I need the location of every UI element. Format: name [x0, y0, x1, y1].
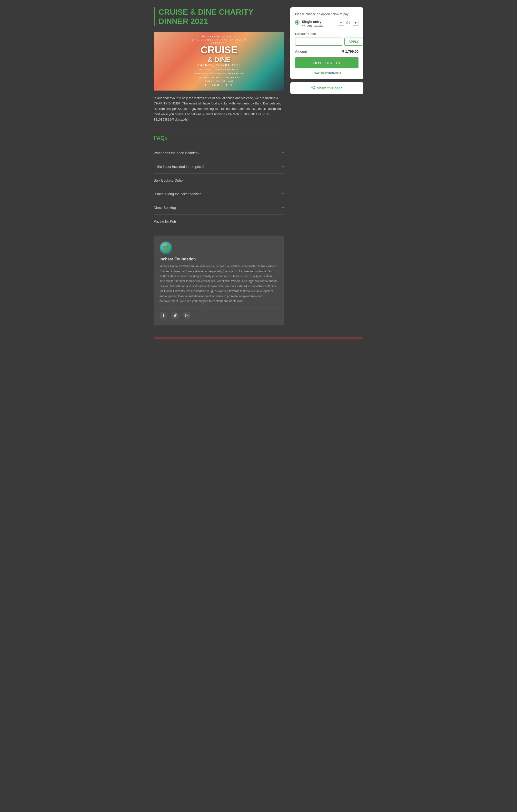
faq-question: Bulk Booking Option — [154, 178, 185, 182]
ticket-price: ₹1,799 ₹1,999 — [302, 24, 338, 28]
organizer-avatar-image: 🌿 — [160, 242, 172, 254]
image-organizer-sub: BAND DECIBLES & DRASPER STUDIO — [192, 38, 246, 41]
ticket-info: Single entry ₹1,799 ₹1,999 — [302, 20, 338, 28]
image-organizer-top: INCHARA FOUNDATION — [192, 35, 246, 37]
title-line2: DINNER 2021 — [158, 17, 208, 26]
image-features: LIVE BAND DJ FOOD DRINKS AND — [192, 76, 246, 79]
svg-line-7 — [313, 87, 314, 87]
powered-label: Powered by — [313, 71, 328, 74]
quantity-decrease-button[interactable]: − — [338, 20, 344, 26]
image-presents: PRESENTS — [192, 42, 246, 45]
organizer-card: 🌿 Inchara Foundation Inchara Home for Ch… — [154, 235, 284, 325]
amount-value: ₹ 1,799.00 — [342, 50, 359, 54]
social-icons — [159, 312, 278, 319]
faq-question: Issues during the ticket booking — [154, 192, 202, 196]
faq-item[interactable]: Pricing for Kids + — [154, 214, 284, 228]
ticket-name: Single entry — [302, 20, 338, 24]
share-icon — [311, 86, 315, 91]
price-current: ₹1,799 — [302, 24, 312, 28]
faq-question: Direct Booking — [154, 206, 176, 210]
organizer-divider — [159, 308, 278, 308]
event-title: CRUISE & DINE CHARITY DINNER 2021 — [154, 7, 284, 26]
section-divider — [154, 129, 284, 130]
buy-tickets-button[interactable]: BUY TICKETS — [295, 57, 359, 68]
price-original: ₹1,999 — [314, 25, 323, 28]
instagram-icon[interactable] — [183, 312, 191, 319]
discount-row: APPLY — [295, 37, 359, 46]
share-label: Share this page — [317, 86, 342, 90]
image-date: 04.12.2021 | 5.30PM ONWARDS — [192, 68, 246, 71]
image-cta: SEE YOU THERE! — [192, 84, 246, 86]
facebook-icon[interactable] — [159, 312, 167, 319]
faq-expand-icon: + — [281, 150, 284, 156]
apply-discount-button[interactable]: APPLY — [344, 37, 363, 46]
faq-item[interactable]: Direct Booking + — [154, 201, 284, 214]
title-line1: CRUISE & DINE CHARITY — [158, 7, 253, 16]
faq-expand-icon: + — [281, 164, 284, 169]
quantity-value: 01 — [346, 21, 351, 25]
faq-item[interactable]: Issues during the ticket booking + — [154, 187, 284, 201]
faq-expand-icon: + — [281, 219, 284, 224]
left-column: CRUISE & DINE CHARITY DINNER 2021 INCHAR… — [154, 7, 284, 330]
organizer-avatar: 🌿 — [159, 241, 172, 254]
faq-item[interactable]: Is the liquor included in the price? + — [154, 160, 284, 173]
twitter-icon[interactable] — [171, 312, 179, 319]
right-column: Please choose an option below to pay Sin… — [290, 7, 363, 94]
organizer-bio: Inchara Home for Children, an initiative… — [159, 264, 278, 303]
radio-selected — [296, 21, 299, 24]
svg-point-3 — [314, 86, 314, 87]
discount-input[interactable] — [295, 37, 342, 46]
organizer-name: Inchara Foundation — [159, 257, 278, 261]
amount-label: Amount — [295, 50, 307, 54]
radio-button[interactable] — [295, 20, 300, 25]
event-description: In our endeavour to help the victims of … — [154, 95, 284, 122]
faq-question: What does the price includes? — [154, 151, 200, 155]
image-ampersand: & DINE — [208, 56, 231, 63]
faq-question: Is the liquor included in the price? — [154, 165, 205, 169]
image-name-line1: CRUISE — [192, 46, 246, 54]
event-image-text: INCHARA FOUNDATION BAND DECIBLES & DRASP… — [192, 35, 246, 87]
quantity-control: − 01 + — [338, 20, 359, 26]
faq-item[interactable]: Bulk Booking Option + — [154, 173, 284, 187]
share-button[interactable]: Share this page — [290, 82, 363, 94]
svg-point-4 — [312, 87, 313, 88]
faq-question: Pricing for Kids — [154, 220, 177, 223]
faq-expand-icon: + — [281, 177, 284, 183]
bottom-bar — [154, 338, 363, 339]
image-features2: FUN FILLED EVENING! — [192, 80, 246, 83]
image-event-name: CRUISE & DINE — [192, 46, 246, 63]
faq-item[interactable]: What does the price includes? + — [154, 146, 284, 160]
svg-line-6 — [313, 88, 314, 89]
amount-row: Amount ₹ 1,799.00 — [295, 50, 359, 54]
svg-point-1 — [186, 315, 187, 316]
powered-by: Powered by instamojo — [295, 71, 359, 74]
widget-subtitle: Please choose an option below to pay — [295, 12, 359, 16]
ticket-option: Single entry ₹1,799 ₹1,999 − 01 + — [295, 20, 359, 28]
instamojo-brand: instamojo — [328, 71, 341, 74]
image-venue: ABBAKKA QUEEN CRUISE, MANGALORE — [192, 72, 246, 75]
event-image-bg: INCHARA FOUNDATION BAND DECIBLES & DRASP… — [154, 32, 284, 91]
faq-expand-icon: + — [281, 191, 284, 197]
discount-label: Discount Code — [295, 32, 359, 36]
ticket-widget: Please choose an option below to pay Sin… — [290, 7, 363, 79]
svg-point-5 — [314, 88, 314, 89]
image-charity: CHARITY DINNER 2021 — [192, 64, 246, 67]
faqs-title: FAQs — [154, 135, 284, 141]
quantity-increase-button[interactable]: + — [353, 20, 359, 26]
faq-expand-icon: + — [281, 205, 284, 210]
event-image: INCHARA FOUNDATION BAND DECIBLES & DRASP… — [154, 32, 284, 91]
faqs-section: FAQs What does the price includes? + Is … — [154, 135, 284, 228]
svg-rect-0 — [185, 314, 188, 317]
